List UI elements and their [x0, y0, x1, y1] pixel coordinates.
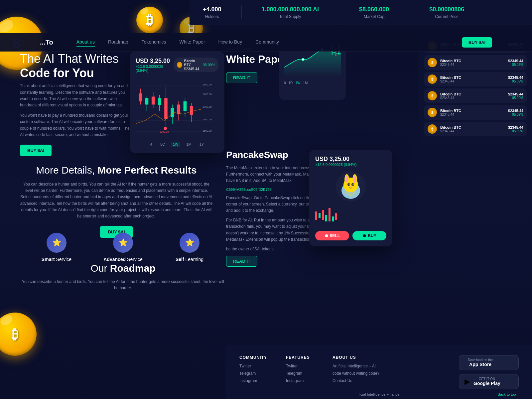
crypto-price-col-6: $2345.44 05.09%	[508, 125, 523, 133]
mini-chart-tab-1d[interactable]: 1D	[289, 81, 293, 85]
svg-rect-21	[171, 108, 174, 117]
google-play-button[interactable]: ▶ GET IT ON Google Play	[459, 374, 519, 389]
crypto-price-3: $2345.44	[508, 75, 523, 79]
crypto-pct-2: 05.09%	[508, 63, 523, 66]
hero-title-line1: The AI That Writes	[20, 52, 119, 66]
footer: COMMUNITY Twitter Telegram Instagram FEA…	[226, 345, 532, 399]
tf-btn-1m[interactable]: 1M	[184, 142, 193, 147]
footer-about-ai-link[interactable]: Artificial Intelligence – AI	[332, 364, 379, 368]
smart-service-label: Smart Service	[42, 257, 71, 262]
footer-community-instagram[interactable]: Instagram	[239, 378, 273, 383]
google-play-main-label: Google Play	[473, 381, 500, 386]
holders-value: +4.000	[203, 6, 221, 13]
stat-supply: 1.000.000.000.000 AI Total Supply	[262, 6, 319, 19]
svg-rect-15	[152, 96, 155, 104]
more-details-title-line1: More Details,	[36, 165, 95, 176]
sell-button[interactable]: ⏺ SELL	[315, 231, 349, 240]
crypto-icon-6: ₿	[428, 124, 437, 134]
pancake-card-header: USD 3,25.00 +12.6 0.0000025 (0.94%)	[315, 156, 386, 167]
crypto-list-item-5: ₿ Bitcoin BTC $2345.44 $2345.44 05.09%	[424, 105, 527, 120]
chart-price: USD 3,25.00	[136, 58, 174, 65]
roadmap-title-prefix: Our	[90, 263, 110, 274]
tf-btn-5c[interactable]: 5C	[158, 142, 167, 147]
svg-point-45	[353, 184, 354, 185]
svg-rect-11	[139, 93, 142, 101]
crypto-sub-5: $2345.44	[440, 113, 505, 116]
footer-about-code-link[interactable]: code without writing code?	[332, 371, 379, 376]
crypto-info-3: Bitcoin BTC $2345.44	[440, 75, 505, 83]
crypto-sub-4: $2345.44	[440, 96, 505, 100]
crypto-name-3: Bitcoin BTC	[440, 75, 505, 79]
hero-desc-1: Think about artificial intelligence that…	[20, 83, 133, 108]
svg-point-41	[353, 176, 356, 183]
svg-text:1900.00: 1900.00	[160, 130, 169, 133]
crypto-sub-3: $2345.44	[440, 79, 505, 83]
nav-link-about[interactable]: About us	[76, 38, 95, 47]
roadmap-title: Our Roadmap	[20, 263, 226, 274]
supply-label: Total Supply	[279, 14, 301, 19]
mini-chart-tab-1w[interactable]: 1W	[295, 81, 300, 85]
nav-logo: ...To	[40, 39, 53, 46]
read-it-button[interactable]: READ IT	[226, 72, 257, 83]
nav-link-roadmap[interactable]: Roadmap	[108, 38, 128, 47]
crypto-name-6: Bitcoin BTC	[440, 125, 505, 129]
nav-buy-button[interactable]: BUY $AI	[462, 37, 492, 48]
footer-features-twitter[interactable]: Twitter	[286, 364, 319, 368]
crypto-price-col-5: $2345.44 05.09%	[508, 109, 523, 116]
crypto-list-item-3: ₿ Bitcoin BTC $2345.44 $2345.44 05.09%	[424, 72, 527, 86]
service-card-self-learning: ⭐ Self Learning	[166, 233, 213, 262]
bitcoin-coin-left-bottom: ₿	[0, 313, 37, 356]
svg-point-44	[349, 184, 350, 185]
advanced-service-icon: ⭐	[113, 233, 133, 253]
pancake-read-button[interactable]: READ IT	[226, 256, 257, 267]
nav-link-tokenomics[interactable]: Tokenomics	[142, 38, 166, 47]
buy-button[interactable]: ⏺ BUY	[352, 231, 386, 240]
svg-point-40	[345, 176, 348, 183]
bitcoin-coin-top-center: ₿	[136, 7, 163, 33]
chart-card-header: USD 3,25.00 +12.6 0.0000025 (0.94%) Bitc…	[136, 58, 218, 72]
crypto-price-2: $2345.44	[508, 59, 523, 63]
svg-rect-23	[177, 104, 181, 114]
footer-features-telegram[interactable]: Telegram	[286, 371, 319, 376]
chart-coin-pct: 05.09%	[203, 63, 215, 67]
chart-price-info: USD 3,25.00 +12.6 0.0000025 (0.94%)	[136, 58, 174, 72]
tf-btn-4[interactable]: 4	[148, 142, 154, 147]
back-to-top-button[interactable]: Back to top ↑	[497, 392, 519, 396]
tf-btn-1y[interactable]: 1Y	[198, 142, 206, 147]
tf-btn-1w[interactable]: 1W	[171, 142, 181, 147]
svg-rect-54	[335, 213, 337, 220]
app-store-button[interactable]: Download on the App Store	[459, 355, 519, 370]
chart-coin-name: Bitcoin BTC	[184, 59, 201, 67]
chart-timeframes: 4 5C 1W 1M 1Y	[136, 142, 218, 147]
pancake-text-4: be the owner of $AI tokens.	[226, 246, 332, 252]
footer-features-instagram[interactable]: Instagram	[286, 378, 319, 383]
pancake-card-price: USD 3,25.00	[315, 156, 386, 163]
crypto-list-item-4: ₿ Bitcoin BTC $2345.44 $2345.44 05.09%	[424, 88, 527, 103]
mini-chart-tab-1m[interactable]: 1M	[303, 81, 308, 85]
buy-button-label: BUY	[368, 233, 376, 238]
crypto-name-5: Bitcoin BTC	[440, 109, 505, 113]
footer-community-twitter[interactable]: Twitter	[239, 364, 273, 368]
svg-text:1500.00: 1500.00	[202, 129, 212, 132]
svg-rect-19	[164, 98, 168, 119]
google-play-icon: ▶	[465, 377, 470, 386]
more-details-desc: You can describe a hunter and birds. You…	[20, 181, 213, 219]
hero-buy-button[interactable]: BUY $AI	[20, 145, 52, 156]
footer-contact-us-link[interactable]: Contact Us	[332, 378, 379, 383]
stat-divider-1	[241, 6, 242, 19]
nav-link-whitepaper[interactable]: White Paper	[180, 38, 205, 47]
app-store-text: Download on the App Store	[468, 358, 493, 367]
mini-chart-tab-0[interactable]: 0	[284, 81, 286, 85]
footer-community-telegram[interactable]: Telegram	[239, 371, 273, 376]
footer-community-title: COMMUNITY	[239, 355, 273, 360]
crypto-list-item-6: ₿ Bitcoin BTC $2345.44 $2345.44 05.09%	[424, 122, 527, 136]
svg-rect-17	[158, 98, 161, 105]
roadmap-title-bold: Roadmap	[110, 263, 156, 274]
footer-features-title: FEATURES	[286, 355, 319, 360]
footer-about-col: ABOUT US Artificial Intelligence – AI co…	[332, 355, 379, 389]
crypto-pct-3: 05.09%	[508, 79, 523, 83]
nav-link-howtobuy[interactable]: How to Buy	[218, 38, 242, 47]
nav-link-community[interactable]: Community	[255, 38, 279, 47]
hero-title: The AI That Writes Code for You	[20, 52, 133, 80]
pancake-trade-buttons: ⏺ SELL ⏺ BUY	[315, 231, 386, 240]
